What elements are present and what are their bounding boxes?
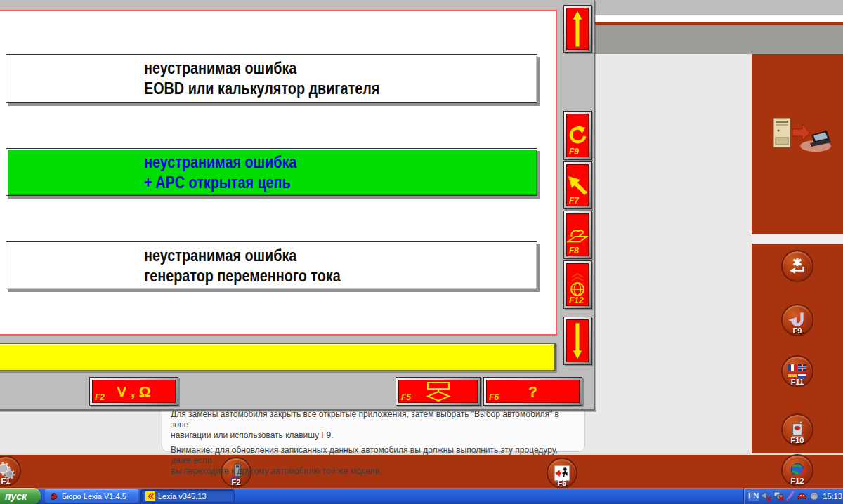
network-offline-icon[interactable] [773, 491, 784, 501]
task-bureau-lexia[interactable]: Бюро Lexia V1.4.5 [45, 489, 138, 503]
info-line: навигации или использовать клавишу F9. [171, 430, 577, 441]
fkey-label: F12 [783, 477, 812, 485]
arrow-up-left-icon [567, 175, 588, 196]
question-mark: ? [528, 383, 537, 400]
fkey-label: F5 [401, 393, 411, 402]
scroll-down-icon [571, 321, 584, 361]
bg-sidebar-separator [752, 234, 843, 244]
screen: F9 F11 F10 [0, 0, 843, 504]
taskbar: пуск Бюро Lexia V1.4.5 Lexia v345.13 [0, 488, 843, 504]
fkey-label: F9 [569, 147, 579, 157]
interface-f10-button[interactable]: F10 [781, 413, 813, 446]
pc-to-laptop-icon [768, 114, 832, 154]
fkey-label: F6 [489, 393, 499, 402]
fkey-label: F1 [0, 477, 20, 485]
info-warning-line: Внимание: для обновления записанных данн… [171, 445, 577, 466]
globe-f12-button[interactable]: F12 [563, 260, 592, 309]
refresh-f9-button[interactable]: F9 [563, 111, 592, 160]
task-label: Lexia v345.13 [158, 492, 207, 500]
flowchart-icon [419, 381, 458, 402]
stylus-icon[interactable] [786, 491, 795, 501]
fault-item-alternator[interactable]: неустранимая ошибка генератор переменног… [6, 241, 537, 289]
globe-transfer-icon [567, 273, 588, 297]
flowchart-f5-button[interactable]: F5 [396, 377, 481, 406]
fkey-label: F10 [783, 436, 812, 444]
system-tray: EN [743, 488, 843, 504]
print-f8-button[interactable]: F8 [563, 211, 592, 259]
info-line: Для замены автомобиля закрыть все открыт… [171, 409, 577, 430]
validate-button[interactable] [781, 250, 813, 282]
lexia-icon [145, 491, 155, 501]
volume-muted-icon[interactable] [761, 491, 771, 501]
fault-line: EOBD или калькулятор двигателя [144, 79, 379, 99]
fkey-label: F2 [222, 478, 250, 486]
volt-ohm-label: V , Ω [117, 383, 150, 400]
scroll-up-button[interactable] [563, 5, 592, 53]
clock[interactable]: 15:13 [823, 492, 842, 500]
measure-f2-button[interactable]: V , Ω F2 [89, 377, 178, 406]
start-label: пуск [5, 491, 27, 502]
fkey-label: F5 [548, 479, 576, 487]
fault-item-apc-selected[interactable]: неустранимая ошибка + APC открытая цепь [6, 148, 537, 196]
scroll-up-icon [571, 9, 584, 48]
bureau-lexia-icon [49, 491, 59, 501]
task-lexia[interactable]: Lexia v345.13 [140, 489, 235, 503]
scroll-down-button[interactable] [563, 317, 592, 365]
help-f6-button[interactable]: ? F6 [483, 377, 582, 406]
fault-line: генератор переменного тока [144, 266, 341, 286]
fault-list-area: неустранимая ошибка EOBD или калькулятор… [0, 10, 557, 336]
fault-item-eobd[interactable]: неустранимая ошибка EOBD или калькулятор… [6, 54, 537, 103]
fault-line: неустранимая ошибка [144, 58, 296, 79]
asterisk-return-icon [788, 257, 806, 275]
language-indicator[interactable]: EN [748, 491, 759, 501]
flags-icon [788, 364, 807, 379]
language-f11-button[interactable]: F11 [781, 355, 813, 387]
audio-settings-icon[interactable] [809, 491, 819, 501]
task-label: Бюро Lexia V1.4.5 [62, 492, 126, 500]
lexia-tray-icon[interactable] [797, 491, 807, 501]
refresh-icon [567, 125, 588, 146]
status-bar [0, 343, 556, 371]
vehicle-select-f9-button[interactable]: F9 [781, 304, 813, 336]
fkey-label: F2 [95, 393, 105, 402]
fkey-label: F11 [783, 378, 812, 386]
fkey-label: F9 [783, 326, 812, 335]
fkey-label: F7 [569, 197, 579, 206]
info-warning-line: вы переходите к другому автомобилю той ж… [171, 466, 577, 477]
fault-line: + APC открытая цепь [144, 173, 291, 193]
fkey-label: F12 [569, 296, 584, 305]
print-icon [566, 225, 589, 245]
start-button[interactable]: пуск [0, 488, 41, 504]
telecoding-f12-button[interactable]: F12 [781, 454, 813, 486]
back-f7-button[interactable]: F7 [563, 161, 592, 209]
fault-line: неустранимая ошибка [144, 246, 296, 266]
fault-line: неустранимая ошибка [144, 152, 296, 173]
fkey-label: F8 [569, 246, 579, 256]
fault-list-dialog: неустранимая ошибка EOBD или калькулятор… [0, 0, 595, 411]
